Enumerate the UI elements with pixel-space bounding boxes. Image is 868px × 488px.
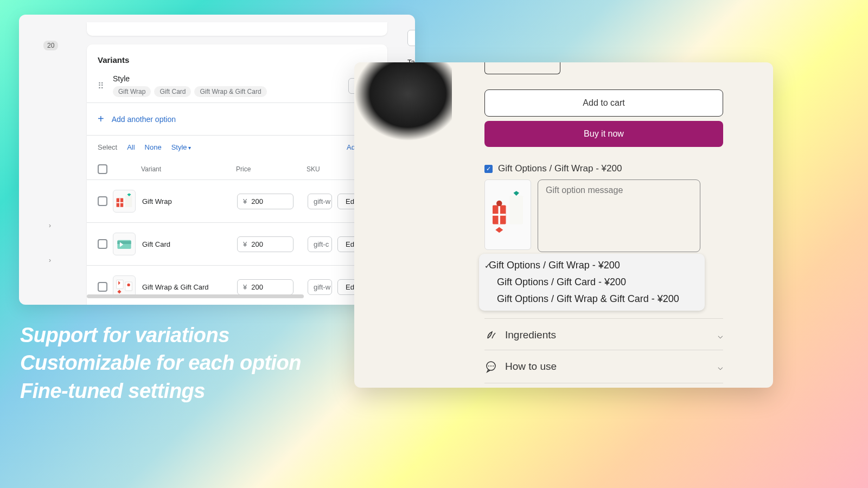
dropdown-item[interactable]: Gift Options / Gift Wrap & Gift Card - ¥… (479, 291, 705, 307)
row-checkbox[interactable] (98, 239, 107, 249)
gift-message-input[interactable] (538, 179, 700, 252)
side-input[interactable] (407, 30, 415, 46)
caption-line: Fine-tuned settings (20, 378, 301, 404)
svg-rect-12 (493, 214, 506, 216)
option-values: Gift Wrap Gift Card Gift Wrap & Gift Car… (113, 86, 348, 97)
price-input[interactable]: ¥200 (237, 279, 293, 295)
col-sku-label: SKU (307, 165, 361, 173)
col-price-label: Price (236, 165, 307, 173)
caption-line: Customizable for each option (20, 350, 301, 376)
svg-rect-2 (117, 202, 124, 203)
horizontal-scrollbar[interactable] (87, 294, 304, 298)
svg-point-17 (490, 365, 492, 367)
filter-style-dropdown[interactable]: Style▾ (171, 143, 191, 151)
card-above-edge (87, 22, 387, 36)
chevron-right-icon[interactable]: › (49, 256, 51, 264)
gift-wrap-icon (489, 185, 527, 245)
table-row: Gift Wrap & Gift Card ¥200 gift-w Edit (87, 266, 387, 305)
svg-point-16 (488, 365, 489, 367)
storefront-panel: Add to cart Buy it now ✓ Gift Options / … (354, 62, 773, 388)
variant-thumbnail[interactable] (113, 233, 136, 255)
table-row: Gift Wrap ¥200 gift-w Edit (87, 180, 387, 223)
gift-option-checkbox[interactable]: ✓ (484, 165, 493, 173)
notification-badge: 20 (43, 41, 58, 50)
marketing-captions: Support for variations Customizable for … (20, 322, 301, 406)
add-option-label: Add another option (112, 115, 176, 124)
leaf-icon (484, 329, 497, 342)
chevron-right-icon[interactable]: › (49, 222, 51, 229)
style-option-row: ⠿ Style Gift Wrap Gift Card Gift Wrap & … (87, 71, 387, 102)
admin-sidebar: 20 › › (19, 15, 65, 305)
price-input[interactable]: ¥200 (237, 194, 293, 209)
svg-rect-7 (117, 280, 124, 288)
variants-card: Variants ⠿ Style Gift Wrap Gift Card Gif… (87, 44, 387, 305)
select-all-checkbox[interactable] (98, 164, 107, 174)
variant-name: Gift Wrap (142, 197, 237, 206)
svg-point-13 (496, 201, 502, 207)
row-checkbox[interactable] (98, 282, 107, 292)
dropdown-item[interactable]: Gift Options / Gift Wrap - ¥200 (479, 257, 705, 274)
svg-rect-14 (510, 196, 524, 224)
accordion-title: How to use (505, 361, 710, 373)
variant-thumbnail[interactable] (113, 190, 136, 213)
select-label: Select (98, 143, 117, 151)
gift-option-row: ✓ Gift Options / Gift Wrap - ¥200 (484, 163, 622, 174)
gift-option-label: Gift Options / Gift Wrap - ¥200 (498, 163, 622, 174)
accordion-ingredients[interactable]: Ingredients ⌵ (484, 318, 723, 351)
svg-point-18 (493, 365, 494, 367)
gift-wrap-icon (114, 191, 134, 211)
gift-thumbnail (484, 179, 531, 250)
gift-card-icon (114, 234, 134, 254)
variant-name: Gift Wrap & Gift Card (142, 283, 237, 291)
table-row: Gift Card ¥200 gift-c Edit (87, 223, 387, 266)
dropdown-item[interactable]: Gift Options / Gift Card - ¥200 (479, 274, 705, 291)
buy-now-button[interactable]: Buy it now (484, 121, 723, 147)
filter-row: Select All None Style▾ Add varia (87, 136, 387, 159)
sku-input[interactable]: gift-c (308, 236, 332, 252)
col-variant-label: Variant (141, 165, 236, 173)
product-image (354, 62, 452, 141)
variant-name: Gift Card (142, 240, 237, 248)
quantity-selector[interactable] (484, 62, 560, 74)
chat-icon (484, 360, 497, 373)
card-title: Variants (87, 44, 387, 71)
sku-input[interactable]: gift-w (308, 194, 332, 209)
add-to-cart-button[interactable]: Add to cart (484, 89, 723, 117)
filter-none[interactable]: None (145, 143, 162, 151)
svg-point-9 (127, 284, 130, 286)
svg-rect-5 (117, 241, 131, 244)
drag-handle-icon[interactable]: ⠿ (98, 81, 103, 91)
gift-combo-icon (114, 277, 134, 297)
chevron-down-icon: ⌵ (718, 362, 723, 372)
option-name-label: Style (113, 74, 348, 83)
sku-input[interactable]: gift-w (308, 279, 332, 295)
row-checkbox[interactable] (98, 196, 107, 206)
svg-rect-3 (125, 195, 132, 207)
gift-options-dropdown: Gift Options / Gift Wrap - ¥200 Gift Opt… (479, 254, 705, 311)
caption-line: Support for variations (20, 322, 301, 349)
filter-all[interactable]: All (127, 143, 135, 151)
option-pill: Gift Wrap (113, 86, 151, 97)
table-header: Variant Price SKU (87, 159, 387, 180)
chevron-down-icon: ⌵ (718, 330, 723, 341)
chevron-down-icon: ▾ (188, 145, 191, 151)
option-pill: Gift Card (154, 86, 191, 97)
price-input[interactable]: ¥200 (237, 236, 293, 252)
plus-icon: + (98, 113, 104, 125)
option-pill: Gift Wrap & Gift Card (194, 86, 266, 97)
style-info: Style Gift Wrap Gift Card Gift Wrap & Gi… (113, 74, 348, 97)
gift-display (484, 179, 700, 252)
accordion-title: Ingredients (505, 329, 710, 341)
add-option-button[interactable]: + Add another option (87, 102, 387, 136)
accordion-how-to-use[interactable]: How to use ⌵ (484, 350, 723, 383)
